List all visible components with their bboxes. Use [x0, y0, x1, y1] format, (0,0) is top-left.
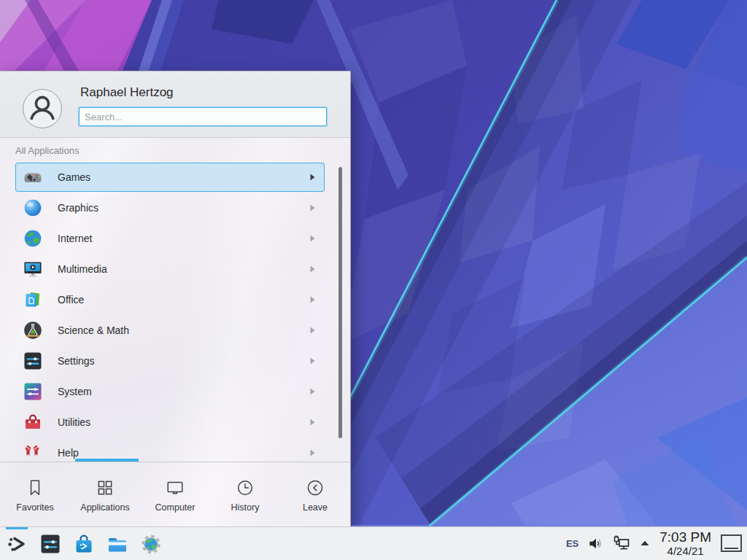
tab-favorites[interactable]: Favorites [0, 462, 70, 526]
category-system[interactable]: System [15, 377, 325, 406]
submenu-arrow-icon [310, 174, 315, 181]
tab-computer[interactable]: Computer [140, 462, 210, 526]
category-graphics[interactable]: Graphics [15, 193, 325, 222]
submenu-arrow-icon [310, 204, 315, 211]
category-label: Office [58, 294, 84, 306]
keyboard-layout-indicator[interactable]: ES [566, 538, 578, 549]
clock-time: 7:03 PM [659, 530, 711, 545]
category-label: Utilities [58, 416, 90, 428]
system-tray: ES 7:03 PM 4/24/21 [566, 530, 747, 557]
category-utilities[interactable]: Utilities [15, 408, 325, 437]
scrollbar-thumb[interactable] [338, 167, 342, 438]
category-label: Internet [58, 233, 92, 244]
tab-history[interactable]: History [210, 462, 280, 526]
digital-clock[interactable]: 7:03 PM 4/24/21 [659, 530, 711, 557]
kickoff-menu-icon[interactable] [6, 533, 28, 555]
globe-icon [23, 229, 42, 248]
launcher-body: All Applications Games [0, 138, 350, 462]
utilities-toolbox-icon [23, 413, 42, 432]
web-browser-globe-icon[interactable] [140, 533, 162, 555]
tab-label: Applications [80, 502, 129, 513]
category-label: Settings [58, 355, 95, 367]
expand-tray-icon[interactable] [640, 539, 650, 548]
category-label: Graphics [58, 202, 98, 214]
file-manager-folder-icon[interactable] [107, 533, 128, 555]
clock-date: 4/24/21 [659, 545, 711, 557]
category-label: Help [58, 447, 79, 459]
launcher-active-indicator [6, 527, 28, 529]
category-settings[interactable]: Settings [15, 346, 325, 376]
category-office[interactable]: Office [15, 285, 325, 314]
search-input[interactable] [79, 107, 327, 126]
submenu-arrow-icon [310, 327, 315, 334]
launcher-tabbar: Favorites Applications Computer [0, 462, 350, 526]
leave-circle-icon [306, 478, 325, 497]
desktop: Raphael Hertzog All Applications Ga [0, 0, 747, 560]
category-help[interactable]: Help [15, 438, 325, 462]
active-tab-indicator [75, 459, 139, 462]
category-label: Multimedia [58, 263, 107, 275]
user-icon [23, 90, 61, 128]
section-label: All Applications [15, 145, 350, 156]
launcher-header: Raphael Hertzog [0, 71, 350, 138]
tab-applications[interactable]: Applications [70, 462, 140, 526]
system-sliders-icon [23, 382, 42, 401]
category-label: Science & Math [58, 324, 129, 336]
tab-label: Favorites [16, 502, 53, 513]
category-label: Games [58, 171, 90, 183]
tab-leave[interactable]: Leave [280, 462, 350, 526]
multimedia-monitor-icon [23, 260, 42, 279]
tab-label: History [231, 502, 260, 513]
gamepad-icon [23, 168, 42, 187]
history-clock-icon [236, 478, 255, 497]
taskbar: ES 7:03 PM 4/24/21 [0, 526, 747, 560]
user-name: Raphael Hertzog [80, 85, 174, 100]
category-multimedia[interactable]: Multimedia [15, 254, 325, 284]
submenu-arrow-icon [310, 235, 315, 242]
application-launcher-menu: Raphael Hertzog All Applications Ga [0, 71, 351, 526]
system-settings-icon[interactable] [39, 533, 61, 555]
taskbar-launchers [0, 533, 162, 555]
bookmark-icon [26, 478, 44, 497]
submenu-arrow-icon [310, 388, 315, 395]
computer-monitor-icon [166, 478, 185, 497]
category-games[interactable]: Games [15, 163, 325, 192]
category-label: System [58, 386, 92, 397]
show-desktop-widget[interactable] [721, 534, 742, 552]
category-list: Games Graphics [15, 163, 325, 462]
science-flask-icon [23, 321, 42, 340]
user-avatar[interactable] [23, 89, 62, 128]
settings-sliders-icon [23, 351, 42, 370]
submenu-arrow-icon [310, 449, 315, 456]
discover-store-icon[interactable] [73, 533, 95, 555]
submenu-arrow-icon [310, 265, 315, 273]
volume-icon[interactable] [588, 536, 603, 551]
tab-label: Computer [155, 502, 196, 513]
submenu-arrow-icon [310, 296, 315, 303]
category-internet[interactable]: Internet [15, 224, 325, 253]
category-science-math[interactable]: Science & Math [15, 316, 325, 345]
help-ribbons-icon [23, 443, 42, 462]
office-document-icon [23, 290, 42, 309]
submenu-arrow-icon [310, 419, 315, 426]
network-icon[interactable] [613, 535, 630, 551]
submenu-arrow-icon [310, 357, 315, 365]
tab-label: Leave [303, 502, 328, 513]
app-grid-icon [96, 478, 115, 497]
graphics-sphere-icon [23, 198, 42, 217]
